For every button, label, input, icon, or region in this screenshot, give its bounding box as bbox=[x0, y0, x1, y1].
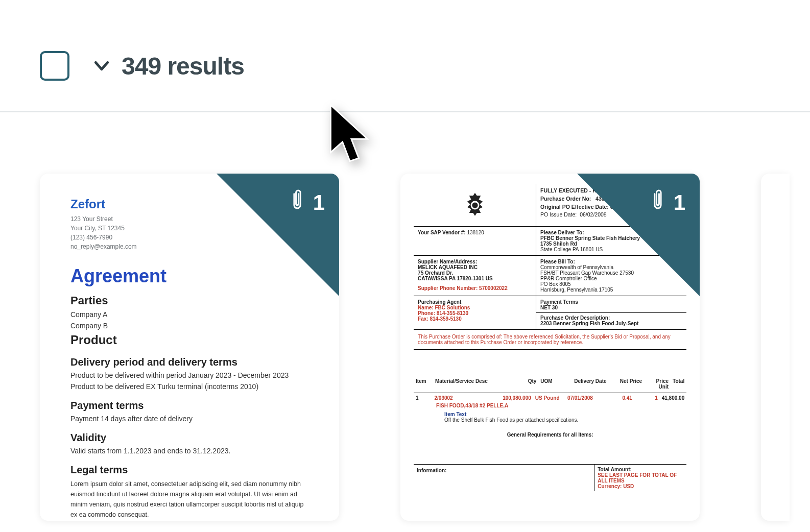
result-card[interactable] bbox=[761, 174, 790, 521]
results-grid: 1 Zefort 123 Your Street Your City, ST 1… bbox=[40, 112, 790, 521]
attachment-corner: 1 bbox=[577, 174, 700, 296]
select-all-checkbox[interactable] bbox=[40, 51, 69, 81]
paperclip-icon bbox=[650, 189, 665, 216]
result-card[interactable]: 1 FULLY EXECUTED - REPRINT Purchase Orde… bbox=[400, 174, 700, 521]
result-card[interactable]: 1 Zefort 123 Your Street Your City, ST 1… bbox=[40, 174, 339, 521]
results-dropdown[interactable]: 349 results bbox=[91, 52, 244, 80]
attachment-corner: 1 bbox=[217, 174, 339, 296]
results-count: 349 results bbox=[122, 52, 244, 80]
svg-point-1 bbox=[472, 202, 478, 208]
cursor-icon bbox=[327, 102, 373, 171]
chevron-down-icon bbox=[91, 55, 112, 77]
table-header: Item Material/Service Desc Qty UOM Deliv… bbox=[414, 375, 686, 393]
results-header: 349 results bbox=[40, 51, 790, 81]
po-footer: Information: Total Amount: SEE LAST PAGE… bbox=[414, 464, 686, 491]
paperclip-icon bbox=[290, 189, 305, 216]
seal-icon bbox=[414, 184, 536, 227]
page-root: 349 results 1 Zefort 123 Your Street You… bbox=[0, 0, 810, 532]
attachment-count: 1 bbox=[674, 190, 685, 215]
table-row: 1 2/03002 100,080.000 US Pound 07/01/200… bbox=[414, 393, 686, 403]
attachment-count: 1 bbox=[313, 190, 325, 215]
